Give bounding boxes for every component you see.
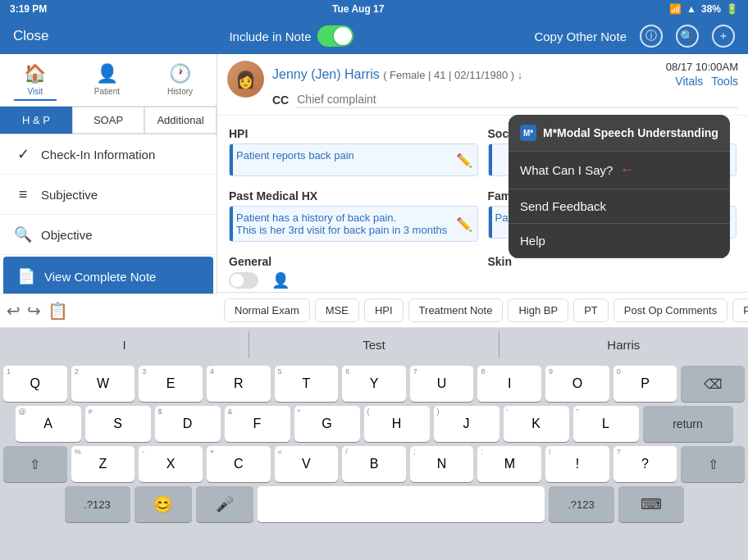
autocomplete-item-1[interactable]: Test (249, 331, 499, 358)
general-section: General 👤 (224, 250, 483, 298)
key-n[interactable]: ;N (410, 446, 474, 482)
past-medical-text: Patient has a history of back pain.This … (236, 212, 447, 236)
speech-item-what-can-i-say[interactable]: What Can I Say? ← (509, 152, 730, 189)
sidebar-tab-patient[interactable]: 👤 Patient (84, 59, 130, 101)
key-o[interactable]: 9O (545, 366, 609, 402)
key-a[interactable]: @A (16, 406, 81, 442)
redo-button[interactable]: ↪ (27, 301, 41, 321)
autocomplete-item-2[interactable]: Harris (499, 331, 748, 358)
key-h[interactable]: (H (364, 406, 430, 442)
normal-exam-button[interactable]: Normal Exam (224, 298, 310, 322)
hpi-edit-icon[interactable]: ✏️ (456, 153, 472, 168)
subtab-soap[interactable]: SOAP (72, 107, 144, 134)
key-c[interactable]: +C (207, 446, 271, 482)
key-e[interactable]: 3E (139, 366, 203, 402)
key-j[interactable]: )J (434, 406, 499, 442)
key-b[interactable]: /B (342, 446, 406, 482)
key-s[interactable]: #S (85, 406, 151, 442)
keyboard: 1Q 2W 3E 4R 5T 6Y 7U 8I 9O 0P ⌫ @A #S $D… (0, 361, 748, 560)
subtab-hp[interactable]: H & P (0, 107, 72, 134)
cc-row: CC (272, 91, 738, 108)
subjective-icon: ≡ (13, 184, 33, 204)
signal-icon: ▲ (686, 3, 696, 15)
keyboard-dismiss-key[interactable]: ⌨ (618, 486, 684, 522)
objective-icon: 🔍 (13, 225, 33, 244)
key-d[interactable]: $D (155, 406, 221, 442)
pt-button[interactable]: PT (573, 298, 609, 322)
avatar-image: 👩 (227, 61, 264, 98)
vitals-button[interactable]: Vitals (675, 75, 703, 88)
checkin-label: Check-In Information (41, 148, 155, 162)
treatment-note-button[interactable]: Treatment Note (408, 298, 504, 322)
mse-button[interactable]: MSE (315, 298, 359, 322)
dictation-key[interactable]: 🎤 (196, 486, 253, 522)
sidebar-item-view-complete-note[interactable]: 📄 View Complete Note (3, 257, 213, 297)
emoji-key[interactable]: 😊 (135, 486, 192, 522)
past-medical-content[interactable]: Patient has a history of back pain.This … (229, 206, 478, 242)
key-question[interactable]: ?? (613, 446, 677, 482)
copy-button[interactable]: 📋 (48, 301, 68, 321)
undo-button[interactable]: ↩ (7, 301, 21, 321)
shift-key[interactable]: ⇧ (3, 446, 67, 482)
key-g[interactable]: *G (294, 406, 360, 442)
post-op-button[interactable]: Post Op Comments (613, 298, 727, 322)
key-p[interactable]: 0P (613, 366, 677, 402)
key-l[interactable]: "L (573, 406, 639, 442)
subtab-additional[interactable]: Additional (144, 107, 217, 134)
high-bp-button[interactable]: High BP (508, 298, 568, 322)
key-i[interactable]: 8I (477, 366, 541, 402)
hpi-button[interactable]: HPI (364, 298, 404, 322)
speech-popup: M* M*Modal Speech Understanding What Can… (509, 115, 730, 258)
key-m[interactable]: :M (477, 446, 541, 482)
key-r[interactable]: 4R (207, 366, 271, 402)
key-k[interactable]: 'K (504, 406, 569, 442)
info-button[interactable]: ⓘ (640, 25, 663, 48)
hpi-bar (230, 144, 233, 175)
key-w[interactable]: 2W (71, 366, 135, 402)
copy-other-note-button[interactable]: Copy Other Note (534, 30, 627, 43)
hpi-section: HPI Patient reports back pain ✏️ (224, 122, 483, 184)
past-medical-section: Past Medical HX Patient has a history of… (224, 184, 483, 250)
key-q[interactable]: 1Q (3, 366, 67, 402)
sidebar-tab-history[interactable]: 🕐 History (157, 59, 203, 101)
space-key[interactable] (258, 486, 545, 522)
physical-button[interactable]: Physical (732, 298, 748, 322)
sidebar-item-objective[interactable]: 🔍 Objective (0, 215, 217, 255)
autocomplete-item-0[interactable]: I (0, 331, 249, 358)
close-button[interactable]: Close (13, 28, 48, 44)
speech-item-send-feedback[interactable]: Send Feedback (509, 189, 730, 224)
hpi-content[interactable]: Patient reports back pain ✏️ (229, 143, 478, 176)
status-bar: 3:19 PM Tue Aug 17 📶 ▲ 38% 🔋 (0, 0, 748, 18)
sidebar-item-subjective[interactable]: ≡ Subjective (0, 175, 217, 215)
speech-item-help[interactable]: Help (509, 224, 730, 258)
cc-input[interactable] (295, 91, 738, 108)
shift-right-key[interactable]: ⇧ (681, 446, 745, 482)
include-note-toggle[interactable] (317, 25, 353, 47)
key-z[interactable]: %Z (71, 446, 135, 482)
history-icon: 🕐 (168, 62, 191, 85)
hpi-text: Patient reports back pain (236, 149, 354, 162)
general-toggle[interactable] (229, 272, 258, 289)
sidebar-item-checkin[interactable]: ✓ Check-In Information (0, 134, 217, 175)
key-f[interactable]: &F (225, 406, 290, 442)
key-t[interactable]: 5T (275, 366, 339, 402)
toggle-knob (334, 27, 352, 45)
return-key[interactable]: return (643, 406, 733, 442)
key-v[interactable]: =V (275, 446, 339, 482)
social-hx-bar (489, 144, 492, 175)
past-medical-edit-icon[interactable]: ✏️ (456, 216, 472, 232)
key-exclaim[interactable]: !! (545, 446, 609, 482)
backspace-key[interactable]: ⌫ (681, 366, 745, 402)
key-y[interactable]: 6Y (342, 366, 406, 402)
tools-button[interactable]: Tools (711, 75, 738, 88)
numbers-key[interactable]: .?123 (65, 486, 130, 522)
top-nav-left: Close (13, 28, 48, 44)
visit-tab-label: Visit (28, 87, 43, 96)
add-button[interactable]: ＋ (712, 25, 735, 48)
sidebar-tab-visit[interactable]: 🏠 Visit (14, 59, 57, 101)
sub-tabs: H & P SOAP Additional (0, 107, 217, 134)
key-u[interactable]: 7U (410, 366, 474, 402)
numbers-key-right[interactable]: .?123 (549, 486, 614, 522)
key-x[interactable]: -X (139, 446, 203, 482)
search-button[interactable]: 🔍 (676, 25, 699, 48)
